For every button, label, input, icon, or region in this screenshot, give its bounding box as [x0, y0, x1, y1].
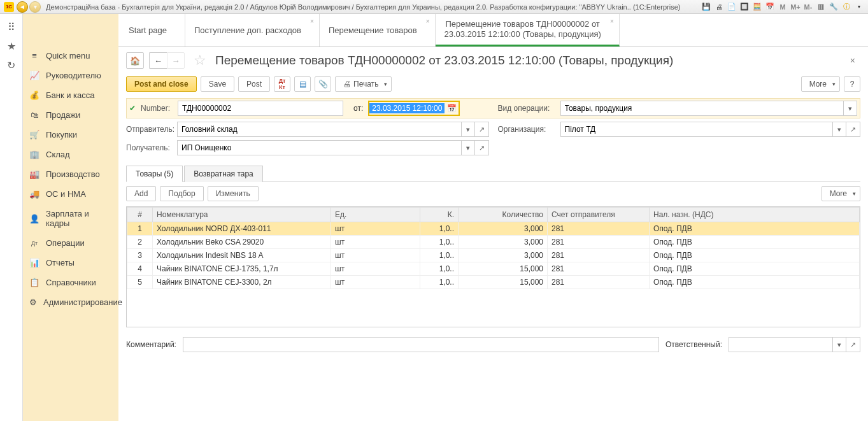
- table-row[interactable]: 3Холодильник Indesit NBS 18 Aшт1,0..3,00…: [127, 249, 860, 262]
- sidebar-item-sales[interactable]: 🛍Продажи: [23, 105, 118, 125]
- close-icon[interactable]: ×: [610, 18, 614, 25]
- nav-fwd-button[interactable]: ▾: [29, 1, 41, 13]
- table-more-button[interactable]: More: [822, 186, 860, 201]
- col-name[interactable]: Номенклатура: [153, 208, 331, 222]
- col-qty[interactable]: Количество: [459, 208, 548, 222]
- number-label: Number:: [141, 104, 173, 113]
- debit-icon: Дт: [29, 240, 39, 246]
- forward-button[interactable]: →: [167, 52, 185, 69]
- op-type-input[interactable]: [560, 101, 844, 116]
- date-input[interactable]: 23.03.2015 12:10:00 📅: [368, 101, 460, 116]
- tb-print-icon[interactable]: 🖨: [714, 2, 724, 12]
- tb-panel-icon[interactable]: ▥: [816, 2, 826, 12]
- save-button[interactable]: Save: [201, 76, 234, 92]
- sidebar-item-label: Отчеты: [46, 258, 75, 268]
- post-and-close-button[interactable]: Post and close: [126, 76, 197, 92]
- bars-icon: 📊: [29, 258, 39, 268]
- table-row[interactable]: 2Холодильник Beko CSA 29020шт1,0..3,0002…: [127, 236, 860, 249]
- responsible-input[interactable]: [729, 337, 832, 352]
- print-button[interactable]: 🖨Печать: [335, 76, 392, 92]
- structure-button[interactable]: ▤: [294, 76, 311, 92]
- table-row[interactable]: 1Холодильник NORD ДХ-403-011шт1,0..3,000…: [127, 222, 860, 236]
- sidebar-item-assets[interactable]: 🚚ОС и НМА: [23, 184, 118, 204]
- number-input[interactable]: [178, 101, 343, 116]
- sidebar-item-quick-menu[interactable]: ≡Quick menu: [23, 46, 118, 66]
- sender-input[interactable]: [177, 122, 461, 137]
- sidebar-item-operations[interactable]: ДтОперации: [23, 233, 118, 253]
- sidebar-item-hr[interactable]: 👤Зарплата и кадры: [23, 204, 118, 233]
- sidebar-item-production[interactable]: 🏭Производство: [23, 164, 118, 184]
- sidebar-item-manager[interactable]: 📈Руководителю: [23, 66, 118, 85]
- main-area: Start page Поступление доп. расходов× Пе…: [118, 14, 868, 421]
- post-button[interactable]: Post: [238, 76, 270, 92]
- org-input[interactable]: [560, 122, 833, 137]
- tab-transfer-doc[interactable]: Перемещение товаров ТДН00000002 от 23.03…: [436, 14, 620, 46]
- dtkt-button[interactable]: ДтКт: [274, 76, 290, 92]
- titlebar: 1C ◄ ▾ Демонстраційна база - Бухгалтерія…: [0, 0, 868, 14]
- calendar-icon[interactable]: 📅: [445, 104, 459, 113]
- tb-m-button[interactable]: M: [778, 2, 788, 12]
- subtab-goods[interactable]: Товары (5): [126, 166, 183, 182]
- help-button[interactable]: ?: [844, 76, 860, 92]
- nav-back-button[interactable]: ◄: [17, 1, 28, 13]
- page-close-button[interactable]: ×: [845, 53, 860, 68]
- col-unit[interactable]: Ед.: [331, 208, 420, 222]
- more-button[interactable]: More: [801, 76, 840, 92]
- add-row-button[interactable]: Add: [126, 186, 156, 201]
- sub-tabs: Товары (5) Возвратная тара: [126, 165, 860, 182]
- sidebar-item-reports[interactable]: 📊Отчеты: [23, 253, 118, 273]
- tb-mplus-button[interactable]: M+: [790, 2, 800, 12]
- tb-doc-icon[interactable]: 📄: [727, 2, 737, 12]
- open-icon[interactable]: ↗: [475, 140, 489, 155]
- sidebar-item-bank[interactable]: 💰Банк и касса: [23, 85, 118, 105]
- sidebar-item-admin[interactable]: ⚙Администрирование: [23, 292, 118, 312]
- dropdown-icon[interactable]: ▾: [832, 337, 846, 352]
- tb-compare-icon[interactable]: 🔲: [739, 2, 750, 12]
- tb-calc-icon[interactable]: 🧮: [752, 2, 762, 12]
- apps-icon[interactable]: ⠿: [5, 20, 18, 33]
- open-icon[interactable]: ↗: [846, 337, 860, 352]
- tab-receipt[interactable]: Поступление доп. расходов×: [185, 14, 320, 46]
- open-icon[interactable]: ↗: [475, 122, 489, 137]
- close-icon[interactable]: ×: [310, 18, 314, 25]
- subtab-tara[interactable]: Возвратная тара: [184, 166, 263, 182]
- tb-mminus-button[interactable]: M-: [803, 2, 813, 12]
- attach-button[interactable]: 📎: [315, 76, 331, 92]
- goods-table: # Номенклатура Ед. К. Количество Счет от…: [126, 206, 860, 327]
- receiver-input[interactable]: [177, 140, 461, 155]
- edit-button[interactable]: Изменить: [208, 186, 259, 201]
- window-title: Демонстраційна база - Бухгалтерія для Ук…: [46, 3, 701, 11]
- tb-save-icon[interactable]: 💾: [701, 2, 711, 12]
- tb-calendar-icon[interactable]: 📅: [765, 2, 775, 12]
- sidebar-item-warehouse[interactable]: 🏢Склад: [23, 145, 118, 164]
- col-index[interactable]: #: [127, 208, 153, 222]
- history-icon[interactable]: ↻: [5, 59, 18, 71]
- sidebar-item-purchases[interactable]: 🛒Покупки: [23, 125, 118, 145]
- dropdown-icon[interactable]: ▾: [461, 122, 475, 137]
- open-icon[interactable]: ↗: [846, 122, 860, 137]
- favorite-icon[interactable]: ★: [5, 39, 18, 52]
- dropdown-icon[interactable]: ▾: [843, 101, 857, 116]
- col-acc[interactable]: Счет отправителя: [548, 208, 650, 222]
- tab-label: Перемещение товаров: [329, 25, 417, 35]
- dropdown-icon[interactable]: ▾: [832, 122, 846, 137]
- tab-start[interactable]: Start page: [120, 14, 185, 46]
- sidebar-item-refs[interactable]: 📋Справочники: [23, 273, 118, 292]
- sender-label: Отправитель:: [126, 125, 172, 134]
- home-button[interactable]: 🏠: [126, 52, 144, 69]
- col-vat[interactable]: Нал. назн. (НДС): [650, 208, 860, 222]
- tb-info-icon[interactable]: ⓘ: [841, 2, 851, 12]
- dropdown-icon[interactable]: ▾: [461, 140, 475, 155]
- comment-label: Комментарий:: [126, 340, 176, 349]
- select-button[interactable]: Подбор: [160, 186, 203, 201]
- back-button[interactable]: ←: [149, 52, 167, 69]
- comment-input[interactable]: [183, 337, 659, 352]
- table-row[interactable]: 5Чайник BINATONE CEJ-3300, 2лшт1,0..15,0…: [127, 276, 860, 289]
- table-row[interactable]: 4Чайник BINATONE CEJ-1735, 1,7лшт1,0..15…: [127, 262, 860, 276]
- tab-transfer-list[interactable]: Перемещение товаров×: [320, 14, 436, 46]
- tb-dropdown-icon[interactable]: ▾: [854, 2, 864, 12]
- favorite-star-icon[interactable]: ☆: [194, 52, 206, 69]
- col-k[interactable]: К.: [420, 208, 459, 222]
- tb-tools-icon[interactable]: 🔧: [829, 2, 839, 12]
- close-icon[interactable]: ×: [426, 18, 430, 25]
